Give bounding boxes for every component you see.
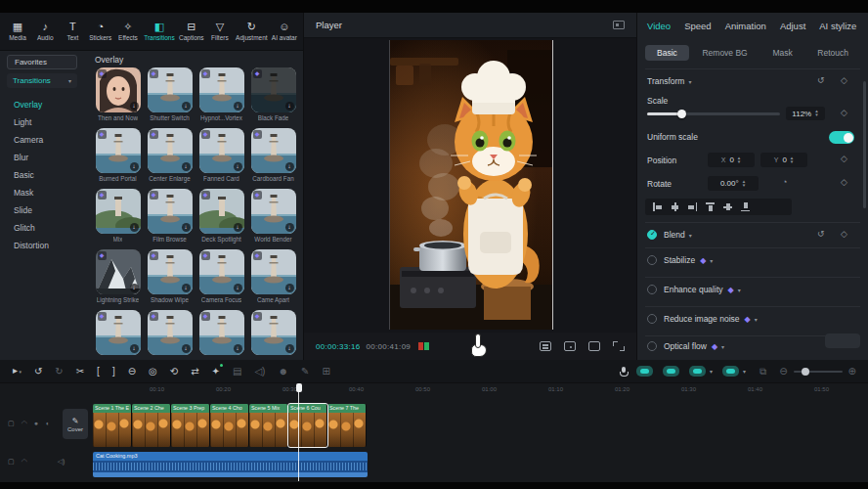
- toolbar-item-filters[interactable]: ▽Filters: [208, 22, 232, 41]
- sidebar-item-slide[interactable]: Slide: [0, 201, 86, 219]
- toggle-row-enhance-quality[interactable]: Enhance quality◆▾: [647, 285, 741, 294]
- lock-icon[interactable]: ◠: [22, 458, 27, 466]
- sidebar-item-light[interactable]: Light: [0, 113, 86, 131]
- delete-icon[interactable]: ⊖: [128, 366, 136, 378]
- transition-item-deck-spotlight[interactable]: ◆↓Deck Spotlight: [195, 189, 247, 244]
- redo-icon[interactable]: ↻: [55, 366, 63, 378]
- scale-value-field[interactable]: 112% ▲▼: [786, 107, 825, 120]
- position-x-field[interactable]: X 0 ▲▼: [708, 153, 755, 167]
- blend-checkbox[interactable]: [647, 230, 657, 240]
- split-icon[interactable]: ✂: [76, 366, 84, 378]
- transition-thumbnail[interactable]: ◆↓: [251, 249, 296, 294]
- mute-icon[interactable]: ◁): [58, 458, 65, 466]
- toolbar-item-adjustment[interactable]: ↻Adjustment: [236, 22, 268, 41]
- draw-tool-icon[interactable]: ✎: [301, 366, 309, 378]
- rotate-keyframe-icon[interactable]: ◇: [841, 177, 847, 187]
- timeline-clip[interactable]: Scene 3 Prep: [171, 404, 210, 447]
- blend-reset-icon[interactable]: ↺: [817, 229, 825, 239]
- position-y-field[interactable]: Y 0 ▲▼: [760, 153, 807, 167]
- transition-thumbnail[interactable]: ◆↓: [199, 128, 244, 173]
- checkbox-icon[interactable]: [647, 285, 657, 294]
- chevron-down-icon[interactable]: ▾: [710, 368, 713, 375]
- toolbar-item-audio[interactable]: ♪Audio: [33, 22, 57, 41]
- transition-item-lightning-strike[interactable]: ◆↓Lightning Strike: [92, 249, 144, 304]
- track-type-icon[interactable]: ▢: [8, 420, 15, 427]
- align-top-icon[interactable]: [706, 202, 715, 211]
- scale-slider[interactable]: [647, 112, 780, 115]
- tab-animation[interactable]: Animation: [725, 21, 766, 31]
- sidebar-item-mask[interactable]: Mask: [0, 184, 86, 201]
- auto-ripple-toggle[interactable]: [663, 366, 679, 377]
- tab-ai-stylize[interactable]: AI stylize: [819, 21, 856, 31]
- subtab-basic[interactable]: Basic: [645, 45, 689, 61]
- rotate-knob-icon[interactable]: ◔: [782, 177, 787, 187]
- hide-icon[interactable]: ◖: [45, 420, 49, 427]
- transform-section-header[interactable]: Transform ▾: [647, 76, 691, 86]
- transition-thumbnail[interactable]: ◆↓: [251, 128, 296, 173]
- character-tool-icon[interactable]: ☻: [278, 366, 288, 378]
- sidebar-item-overlay[interactable]: Overlay: [0, 96, 86, 113]
- transition-item-shutter-switch[interactable]: ◆↓Shutter Switch: [144, 67, 195, 122]
- toolbar-item-captions[interactable]: ⊟Captions: [179, 22, 204, 41]
- transform-keyframe-icon[interactable]: ◇: [841, 75, 847, 85]
- align-right-icon[interactable]: [688, 202, 697, 211]
- transition-thumbnail[interactable]: ◆↓: [251, 189, 296, 234]
- transition-item-cardboard-fan[interactable]: ◆↓Cardboard Fan: [247, 128, 299, 183]
- timeline-clip[interactable]: Scene 7 The: [327, 404, 367, 447]
- transition-thumbnail[interactable]: ◆↓: [96, 67, 141, 112]
- toolbar-item-transitions[interactable]: ◧Transitions: [144, 22, 175, 41]
- timeline-ruler[interactable]: 00:1000:2000:3000:4000:5001:0001:1001:20…: [0, 383, 868, 396]
- smart-tools-icon[interactable]: ✦: [212, 366, 220, 378]
- align-middle-icon[interactable]: [723, 202, 732, 211]
- sidebar-item-distortion[interactable]: Distortion: [0, 237, 86, 254]
- sidebar-item-blur[interactable]: Blur: [0, 149, 86, 166]
- sidebar-item-glitch[interactable]: Glitch: [0, 219, 86, 237]
- toolbar-item-ai-avatar[interactable]: ☺AI avatar: [272, 22, 297, 41]
- timeline-zoom-slider[interactable]: [794, 371, 843, 373]
- trim-right-icon[interactable]: ]: [112, 366, 115, 378]
- transition-thumbnail[interactable]: ◆↓: [96, 189, 141, 234]
- scale-stepper[interactable]: ▲▼: [814, 110, 818, 117]
- rotate-value-field[interactable]: 0.00° ▲▼: [708, 176, 759, 191]
- transition-item[interactable]: ◆↓: [92, 310, 144, 360]
- transition-thumbnail[interactable]: ◆↓: [251, 310, 296, 355]
- quality-icon[interactable]: [588, 341, 600, 351]
- transition-thumbnail[interactable]: ◆↓: [148, 67, 193, 112]
- preview-axis-toggle[interactable]: [722, 366, 739, 377]
- reverse-icon[interactable]: ⟲: [170, 366, 178, 378]
- toolbar-item-effects[interactable]: ✧Effects: [116, 22, 140, 41]
- mirror-icon[interactable]: ⇄: [191, 366, 198, 378]
- transition-item-mix[interactable]: ◆↓Mix: [92, 189, 144, 244]
- track-type-icon[interactable]: ▢: [8, 458, 15, 466]
- blend-keyframe-icon[interactable]: ◇: [841, 229, 847, 239]
- transition-item-black-fade[interactable]: ◆↓Black Fade: [247, 67, 299, 122]
- sidebar-item-basic[interactable]: Basic: [0, 166, 86, 184]
- transition-item-film-browse[interactable]: ◆↓Film Browse: [144, 189, 195, 244]
- select-tool-icon[interactable]: ▸ ▾: [13, 365, 22, 378]
- transition-item-then-and-now[interactable]: ◆↓Then and Now: [92, 67, 144, 122]
- uniform-scale-toggle[interactable]: [829, 131, 854, 144]
- align-left-icon[interactable]: [653, 202, 662, 211]
- fullscreen-icon[interactable]: [613, 341, 625, 351]
- toggle-row-optical-flow[interactable]: Optical flow◆▾: [647, 341, 724, 351]
- audio-clip[interactable]: Cat Cooking.mp3: [93, 452, 368, 477]
- transition-thumbnail[interactable]: ◆↓: [251, 67, 296, 112]
- lock-icon[interactable]: ◠: [22, 420, 27, 427]
- inspector-scrollbar[interactable]: [863, 81, 866, 208]
- transition-thumbnail[interactable]: ◆↓: [199, 310, 244, 355]
- chevron-down-icon[interactable]: ▾: [743, 368, 746, 375]
- transition-thumbnail[interactable]: ◆↓: [96, 128, 141, 173]
- transition-item[interactable]: ◆↓: [247, 310, 299, 360]
- timeline-clip[interactable]: Scene 5 Mix: [249, 404, 288, 447]
- timeline-clip[interactable]: Scene 4 Cho: [210, 404, 249, 447]
- checkbox-icon[interactable]: [647, 341, 657, 351]
- zoom-out-icon[interactable]: ⊖: [779, 366, 787, 378]
- transition-item-fanned-card[interactable]: ◆↓Fanned Card: [195, 128, 247, 183]
- timeline-clip[interactable]: Scene 6 Cou: [288, 404, 327, 447]
- scale-keyframe-icon[interactable]: ◇: [841, 108, 847, 117]
- blend-section-header[interactable]: Blend ▾: [647, 230, 692, 240]
- timeline-clip[interactable]: Scene 2 Che: [132, 404, 171, 447]
- transition-item-camera-focus[interactable]: ◆↓Camera Focus: [195, 249, 247, 304]
- transition-item-center-enlarge[interactable]: ◆↓Center Enlarge: [144, 128, 195, 183]
- subtab-remove-bg[interactable]: Remove BG: [690, 45, 759, 61]
